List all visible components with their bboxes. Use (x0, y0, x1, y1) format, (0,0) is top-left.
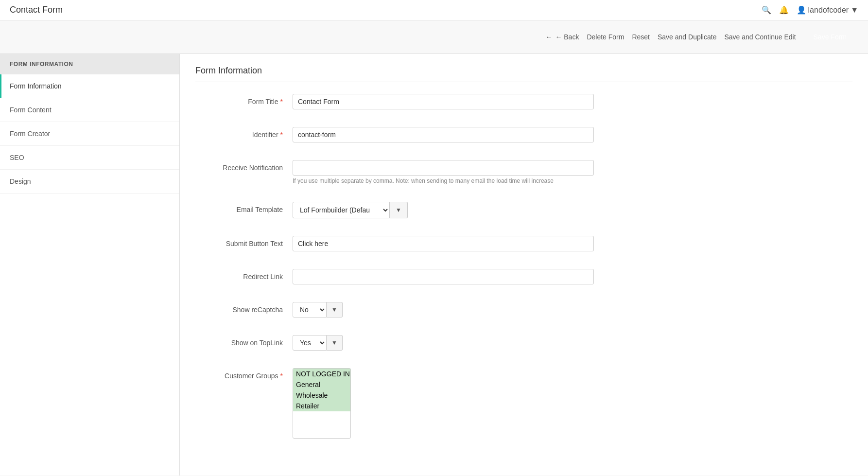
bell-icon[interactable]: 🔔 (779, 5, 789, 15)
search-icon[interactable]: 🔍 (762, 5, 771, 15)
receive-notification-group: Receive Notification If you use multiple… (195, 156, 852, 188)
show-recaptcha-select[interactable]: No Yes (293, 302, 327, 317)
form-title-required: * (280, 98, 283, 106)
content-area: Form Information Form Title* Identifier*… (180, 54, 868, 476)
submit-button-text-input[interactable] (293, 236, 594, 251)
show-recaptcha-label: Show reCaptcha (195, 302, 293, 314)
sidebar-item-design[interactable]: Design (0, 170, 179, 194)
username-label: landofcoder (808, 6, 849, 15)
action-toolbar: ← ← Back Delete Form Reset Save and Dupl… (0, 20, 868, 54)
reset-button[interactable]: Reset (632, 33, 650, 41)
customer-groups-listbox[interactable]: NOT LOGGED IN General Wholesale Retailer (293, 368, 351, 439)
identifier-group: Identifier* (195, 123, 852, 146)
save-duplicate-button[interactable]: Save and Duplicate (658, 33, 716, 41)
customer-groups-required: * (280, 372, 283, 380)
customer-groups-label: Customer Groups* (195, 368, 293, 380)
sidebar-header: FORM INFORMATION (0, 54, 179, 74)
email-template-label: Email Template (195, 202, 293, 213)
form-title-group: Form Title* (195, 90, 852, 113)
save-form-button[interactable]: Save Form (804, 28, 856, 46)
back-arrow-icon: ← (545, 33, 552, 41)
user-menu[interactable]: 👤 landofcoder ▼ (797, 5, 858, 15)
back-button[interactable]: ← ← Back (545, 33, 579, 41)
redirect-link-label: Redirect Link (195, 269, 293, 281)
receive-notification-input[interactable] (293, 160, 594, 176)
back-label: ← Back (555, 33, 579, 41)
sidebar-item-form-information[interactable]: Form Information (0, 74, 179, 98)
save-continue-button[interactable]: Save and Continue Edit (724, 33, 796, 41)
show-on-toplink-dropdown-btn[interactable]: ▼ (327, 335, 343, 351)
redirect-link-group: Redirect Link (195, 265, 852, 288)
form-title-label: Form Title* (195, 94, 293, 106)
chevron-down-icon: ▼ (851, 6, 858, 15)
submit-button-text-group: Submit Button Text (195, 232, 852, 255)
redirect-link-input[interactable] (293, 269, 594, 284)
form-title-input[interactable] (293, 94, 594, 109)
show-recaptcha-dropdown-btn[interactable]: ▼ (327, 302, 343, 317)
section-title: Form Information (195, 66, 852, 82)
submit-button-text-label: Submit Button Text (195, 236, 293, 247)
email-template-dropdown-btn[interactable]: ▼ (390, 202, 408, 218)
sidebar-item-form-content[interactable]: Form Content (0, 98, 179, 122)
identifier-input[interactable] (293, 127, 594, 142)
sidebar: FORM INFORMATION Form Information Form C… (0, 54, 180, 476)
app-title: Contact Form (10, 5, 63, 15)
delete-form-button[interactable]: Delete Form (587, 33, 624, 41)
email-template-group: Email Template Lof Formbuilder (Defau ▼ (195, 198, 852, 222)
receive-notification-hint: If you use multiple separate by comma. N… (293, 177, 594, 184)
show-on-toplink-group: Show on TopLink Yes No ▼ (195, 331, 852, 354)
sidebar-item-form-creator[interactable]: Form Creator (0, 122, 179, 146)
receive-notification-label: Receive Notification (195, 160, 293, 172)
identifier-label: Identifier* (195, 127, 293, 139)
user-icon: 👤 (797, 5, 806, 15)
main-layout: FORM INFORMATION Form Information Form C… (0, 54, 868, 476)
show-on-toplink-label: Show on TopLink (195, 335, 293, 347)
show-on-toplink-select[interactable]: Yes No (293, 335, 327, 351)
top-header: Contact Form 🔍 🔔 👤 landofcoder ▼ (0, 0, 868, 20)
email-template-select[interactable]: Lof Formbuilder (Defau (293, 202, 390, 218)
sidebar-item-seo[interactable]: SEO (0, 146, 179, 170)
show-recaptcha-group: Show reCaptcha No Yes ▼ (195, 298, 852, 321)
header-icons: 🔍 🔔 👤 landofcoder ▼ (762, 5, 858, 15)
identifier-required: * (280, 131, 283, 139)
customer-groups-group: Customer Groups* NOT LOGGED IN General W… (195, 364, 852, 442)
